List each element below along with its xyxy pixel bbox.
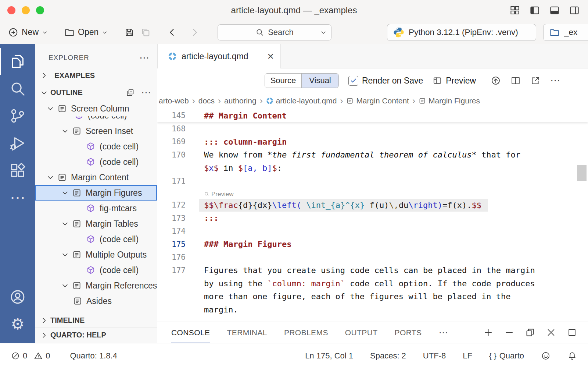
- breadcrumb-item[interactable]: docs: [198, 96, 215, 105]
- notifications-bell-icon[interactable]: [567, 351, 577, 361]
- outline-item-margin-content[interactable]: Margin Content: [35, 170, 157, 185]
- run-debug-icon[interactable]: [0, 130, 35, 157]
- breadcrumb-item-section[interactable]: Margin Content: [346, 96, 409, 105]
- open-button[interactable]: Open: [64, 27, 108, 38]
- source-mode-button[interactable]: Source: [265, 74, 302, 88]
- visual-mode-button[interactable]: Visual: [302, 74, 338, 88]
- warning-icon: [34, 351, 43, 360]
- breadcrumb-item[interactable]: arto-web: [159, 96, 189, 105]
- breadcrumb-item[interactable]: authoring: [224, 96, 257, 105]
- new-button[interactable]: New: [8, 27, 48, 38]
- more-actions-icon[interactable]: ⋯: [550, 75, 560, 86]
- code-line[interactable]: 171: [157, 174, 588, 188]
- split-editor-icon[interactable]: [510, 75, 521, 86]
- more-actions-icon[interactable]: ⋯: [439, 327, 448, 338]
- outline-item-asides[interactable]: Asides: [35, 293, 157, 309]
- outline-section-header[interactable]: OUTLINE ⋯: [35, 84, 157, 101]
- language-mode[interactable]: { } Quarto: [489, 351, 524, 361]
- outline-item-margin-references[interactable]: Margin References: [35, 278, 157, 293]
- outline-item-code-cell[interactable]: (code cell): [35, 139, 157, 154]
- encoding[interactable]: UTF-8: [423, 351, 446, 361]
- collapse-all-icon[interactable]: [126, 88, 135, 97]
- breadcrumb-item-file[interactable]: article-layout.qmd: [266, 96, 337, 105]
- outline-item-margin-figures[interactable]: Margin Figures: [35, 185, 157, 201]
- toggle-panel-icon[interactable]: [549, 5, 560, 16]
- sticky-scroll-line[interactable]: 145 ## Margin Content: [157, 109, 588, 122]
- panel-tab-ports[interactable]: PORTS: [395, 322, 422, 343]
- more-actions-icon[interactable]: ⋯: [139, 53, 150, 63]
- outline-item-margin-tables[interactable]: Margin Tables: [35, 216, 157, 231]
- workspace-button[interactable]: _ex: [543, 24, 588, 41]
- outline-item-code-cell[interactable]: (code cell): [35, 262, 157, 278]
- toggle-right-sidebar-icon[interactable]: [569, 5, 580, 16]
- more-actions-icon[interactable]: ⋯: [0, 184, 35, 211]
- code-line[interactable]: 168: [157, 122, 588, 135]
- restore-panel-icon[interactable]: [525, 328, 535, 337]
- code-line-wrap[interactable]: $x$ in $[a, b]$:: [157, 162, 588, 175]
- extensions-icon[interactable]: [0, 157, 35, 184]
- close-icon[interactable]: ×: [267, 51, 274, 62]
- tab-article-layout[interactable]: article-layout.qmd ×: [157, 44, 281, 68]
- eol-sequence[interactable]: LF: [463, 351, 472, 361]
- panel-tab-problems[interactable]: PROBLEMS: [284, 322, 328, 343]
- preview-button[interactable]: Preview: [433, 76, 476, 86]
- minimize-panel-icon[interactable]: [504, 328, 514, 337]
- cursor-position[interactable]: Ln 175, Col 1: [305, 351, 353, 361]
- search-input[interactable]: Search: [218, 24, 331, 40]
- outline-item-multiple-outputs[interactable]: Multiple Outputs: [35, 247, 157, 262]
- python-interpreter-button[interactable]: Python 3.12.1 (PipEnv: .venv): [387, 24, 536, 41]
- code-line-wrap[interactable]: by using the `column: margin` code cell …: [157, 277, 588, 290]
- new-console-icon[interactable]: [483, 328, 493, 337]
- examples-section-header[interactable]: _EXAMPLES: [35, 67, 157, 84]
- feedback-smiley-icon[interactable]: [541, 351, 551, 361]
- quarto-version[interactable]: Quarto: 1.8.4: [70, 351, 117, 361]
- render-on-save-checkbox[interactable]: Render on Save: [348, 76, 423, 86]
- explorer-icon[interactable]: [0, 48, 35, 75]
- search-icon[interactable]: [0, 75, 35, 102]
- outline-item-fig-mtcars[interactable]: fig-mtcars: [35, 201, 157, 216]
- more-actions-icon[interactable]: ⋯: [141, 88, 151, 98]
- panel-tab-console[interactable]: CONSOLE: [171, 322, 210, 343]
- save-icon[interactable]: [124, 27, 135, 38]
- maximize-panel-icon[interactable]: [567, 328, 577, 337]
- code-line-wrap[interactable]: more than one figure, each of the figure…: [157, 290, 588, 303]
- code-line[interactable]: 169::: column-margin: [157, 135, 588, 149]
- code-line[interactable]: 177Figures that you create using code ce…: [157, 264, 588, 277]
- indentation[interactable]: Spaces: 2: [370, 351, 406, 361]
- chevron-down-icon[interactable]: [320, 29, 327, 36]
- back-icon[interactable]: [167, 27, 178, 38]
- timeline-section-header[interactable]: TIMELINE: [35, 313, 157, 328]
- outline-item-screen-inset[interactable]: Screen Inset: [35, 123, 157, 139]
- code-line[interactable]: 170We know from *the first fundamental t…: [157, 148, 588, 162]
- code-line[interactable]: 174: [157, 225, 588, 238]
- quarto-help-section-header[interactable]: QUARTO: HELP: [35, 328, 157, 342]
- breadcrumb-item-section[interactable]: Margin Figures: [419, 96, 480, 105]
- render-icon[interactable]: [491, 75, 501, 86]
- chevron-right-icon: ›: [192, 96, 195, 106]
- problems-indicator[interactable]: 0 0: [11, 351, 50, 361]
- copy-icon[interactable]: [140, 27, 151, 38]
- open-external-icon[interactable]: [530, 75, 541, 86]
- panel-tab-output[interactable]: OUTPUT: [345, 322, 378, 343]
- close-panel-icon[interactable]: [546, 328, 556, 337]
- panel-tab-terminal[interactable]: TERMINAL: [227, 322, 267, 343]
- preview-codelens[interactable]: Preview: [204, 191, 233, 199]
- code-line-math[interactable]: 172$$\frac{d}{dx}\left( \int_{a}^{x} f(u…: [157, 199, 588, 212]
- error-icon: [11, 351, 20, 360]
- toggle-left-sidebar-icon[interactable]: [529, 5, 540, 16]
- code-line-wrap[interactable]: margin.: [157, 303, 588, 316]
- code-line-current[interactable]: 175### Margin Figures: [157, 238, 588, 251]
- editor-scrollbar[interactable]: [577, 165, 587, 181]
- outline-item-code-cell[interactable]: (code cell): [35, 154, 157, 170]
- account-icon[interactable]: [0, 283, 35, 311]
- chevron-down-icon: [40, 89, 48, 96]
- customize-layout-icon[interactable]: [509, 5, 520, 16]
- forward-icon[interactable]: [189, 27, 200, 38]
- code-editor[interactable]: 145 ## Margin Content 168 169::: column-…: [157, 109, 588, 322]
- settings-gear-icon[interactable]: ⚙: [0, 311, 35, 338]
- outline-item-code-cell[interactable]: (code cell): [35, 231, 157, 247]
- outline-item-screen-column[interactable]: Screen Column: [35, 101, 157, 116]
- code-line[interactable]: 173:::: [157, 212, 588, 225]
- source-control-icon[interactable]: [0, 102, 35, 130]
- code-line[interactable]: 176: [157, 251, 588, 264]
